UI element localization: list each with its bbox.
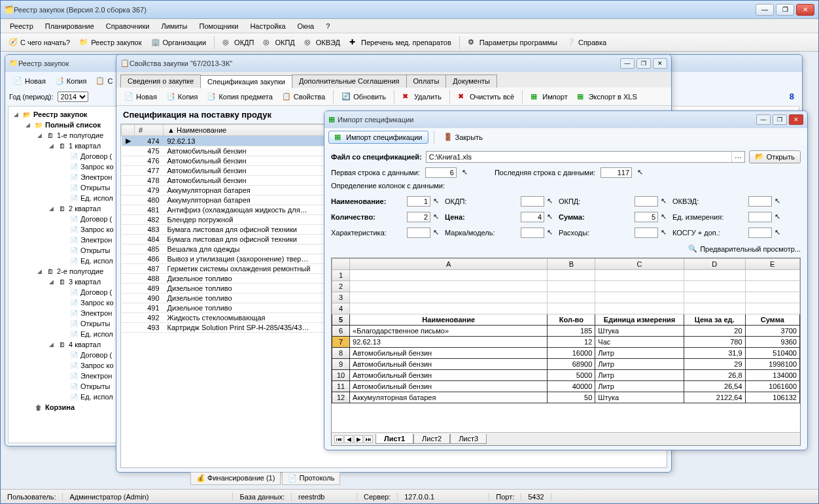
field-okdp-input[interactable] — [521, 196, 544, 207]
spec-new-button[interactable]: 📄Новая — [120, 91, 161, 103]
spec-props-button[interactable]: 📋Свойства — [278, 91, 329, 103]
excel-row[interactable]: 10Автомобильный бензин5000Литр26,8134000 — [332, 370, 800, 381]
cursor-icon[interactable]: ↖ — [547, 197, 556, 206]
cursor-icon[interactable]: ↖ — [661, 212, 670, 222]
spec-import-button[interactable]: ▦Импорт — [527, 91, 571, 103]
field-exp-input[interactable] — [635, 227, 658, 238]
tb-okdp[interactable]: ◎ОКДП — [218, 37, 258, 48]
field-unit-input[interactable] — [748, 212, 772, 222]
tb-start[interactable]: 🧭С чего начать? — [5, 37, 74, 48]
spec-refresh-button[interactable]: 🔄Обновить — [338, 91, 390, 103]
field-okved-input[interactable] — [748, 196, 772, 207]
sheet-tab-3[interactable]: Лист3 — [450, 434, 487, 444]
tb-orgs[interactable]: 🏢Организации — [147, 37, 211, 48]
menu-refs[interactable]: Справочники — [101, 21, 155, 31]
excel-row[interactable]: 6«Благодарственное письмо»185Штука203700 — [332, 326, 800, 337]
cursor-icon[interactable]: ↖ — [775, 228, 784, 237]
field-label: Марка/модель: — [445, 229, 518, 237]
excel-row[interactable]: 11Автомобильный бензин40000Литр26,541061… — [332, 381, 800, 392]
tab-info[interactable]: Сведения о закупке — [120, 75, 201, 88]
minimize-button[interactable]: — — [756, 4, 774, 16]
reg-copy-button[interactable]: 📑Копия — [51, 75, 91, 87]
tb-med[interactable]: ✚Перечень мед. препаратов — [345, 37, 455, 48]
col-num[interactable]: # — [135, 125, 164, 136]
year-select[interactable]: 2014 — [58, 92, 88, 102]
tab-docs[interactable]: Документы — [445, 75, 497, 88]
field-model-input[interactable] — [521, 227, 544, 238]
cursor-icon[interactable]: ↖ — [637, 168, 646, 177]
close-button[interactable]: ✕ — [796, 4, 814, 16]
maximize-button[interactable]: ❐ — [636, 58, 651, 69]
open-button[interactable]: 📂Открыть — [749, 150, 801, 163]
sheet-next[interactable]: ▶ — [354, 435, 363, 443]
reg-more-button[interactable]: 📋С — [92, 75, 116, 87]
tb-registry[interactable]: 📁Реестр закупок — [75, 37, 145, 48]
file-browse-button[interactable]: … — [731, 152, 744, 162]
sheet-last[interactable]: ⏭ — [364, 435, 373, 443]
tb-help[interactable]: ❔Справка — [563, 37, 610, 48]
tab-spec[interactable]: Спецификация закупки — [200, 75, 292, 88]
cursor-icon[interactable]: ↖ — [775, 197, 784, 206]
preview-button[interactable]: 🔍Предварительный просмотр... — [688, 244, 801, 254]
file-input[interactable] — [427, 152, 731, 162]
cursor-icon[interactable]: ↖ — [775, 212, 784, 222]
sheet-first[interactable]: ⏮ — [334, 435, 343, 443]
field-name-input[interactable] — [407, 196, 430, 207]
tab-payments[interactable]: Оплаты — [406, 75, 447, 88]
field-okpd-input[interactable] — [635, 196, 658, 207]
spec-export-button[interactable]: ▦Экспорт в XLS — [573, 91, 641, 103]
import-run-button[interactable]: ▦Импорт спецификации — [328, 131, 428, 144]
spec-delete-button[interactable]: ✖Удалить — [398, 91, 445, 103]
menu-help[interactable]: ? — [321, 21, 335, 31]
menu-helpers[interactable]: Помощники — [194, 21, 243, 31]
sheet-tab-1[interactable]: Лист1 — [375, 434, 413, 444]
bottom-tab-protocols[interactable]: 📄 Протоколь — [282, 472, 340, 485]
menu-registry[interactable]: Реестр — [5, 21, 39, 31]
menu-planning[interactable]: Планирование — [40, 21, 99, 31]
sheet-tab-2[interactable]: Лист2 — [413, 434, 450, 444]
field-qty-input[interactable] — [407, 212, 430, 222]
excel-row[interactable]: 9Автомобильный бензин68900Литр291998100 — [332, 359, 800, 370]
close-button[interactable]: ✕ — [789, 114, 803, 125]
menu-windows[interactable]: Окна — [292, 21, 320, 31]
field-label: ОКДП: — [445, 197, 518, 205]
minimize-button[interactable]: — — [620, 58, 635, 69]
spec-copyobj-button[interactable]: 📑Копия предмета — [203, 91, 276, 103]
cursor-icon[interactable]: ↖ — [433, 228, 442, 237]
menu-settings[interactable]: Настройка — [245, 21, 290, 31]
tb-okved[interactable]: ◎ОКВЭД — [300, 37, 344, 48]
spec-clear-button[interactable]: ✖Очистить всё — [454, 91, 518, 103]
excel-row[interactable]: 792.62.1312Час7809360 — [332, 337, 800, 348]
bottom-tab-finance[interactable]: 💰 Финансирование (1) — [190, 472, 281, 485]
cursor-icon[interactable]: ↖ — [462, 168, 471, 177]
excel-row[interactable]: 8Автомобильный бензин16000Литр31,9510400 — [332, 348, 800, 359]
status-db: reestrdb — [292, 493, 357, 501]
field-sum-input[interactable] — [635, 212, 658, 222]
status-server-label: Сервер: — [357, 493, 398, 501]
close-button[interactable]: ✕ — [653, 58, 667, 69]
cursor-icon[interactable]: ↖ — [661, 197, 670, 206]
cursor-icon[interactable]: ↖ — [661, 228, 670, 237]
import-close-button[interactable]: 🚪Закрыть — [440, 131, 487, 143]
excel-preview[interactable]: A B C D E 12345НаименованиеКол-воЕдиница… — [331, 258, 801, 446]
tb-params[interactable]: ⚙Параметры программы — [464, 37, 561, 48]
menu-limits[interactable]: Лимиты — [156, 21, 192, 31]
field-char-input[interactable] — [407, 227, 430, 238]
field-price-input[interactable] — [521, 212, 544, 222]
reg-new-button[interactable]: 📄Новая — [9, 75, 50, 87]
cursor-icon[interactable]: ↖ — [547, 228, 556, 237]
cursor-icon[interactable]: ↖ — [547, 212, 556, 222]
minimize-button[interactable]: — — [756, 114, 771, 125]
tb-okpd[interactable]: ◎ОКПД — [259, 37, 298, 48]
maximize-button[interactable]: ❐ — [776, 4, 794, 16]
sheet-prev[interactable]: ◀ — [344, 435, 353, 443]
maximize-button[interactable]: ❐ — [773, 114, 787, 125]
spec-copy-button[interactable]: 📑Копия — [162, 91, 202, 103]
tab-agreements[interactable]: Дополнительные Соглашения — [292, 75, 407, 88]
first-row-input[interactable] — [425, 167, 457, 178]
cursor-icon[interactable]: ↖ — [433, 212, 442, 222]
last-row-input[interactable] — [601, 167, 632, 178]
excel-row[interactable]: 12Аккумуляторная батарея50Штука2122,6410… — [332, 392, 800, 403]
cursor-icon[interactable]: ↖ — [433, 197, 442, 206]
field-kosgu-input[interactable] — [748, 227, 772, 238]
